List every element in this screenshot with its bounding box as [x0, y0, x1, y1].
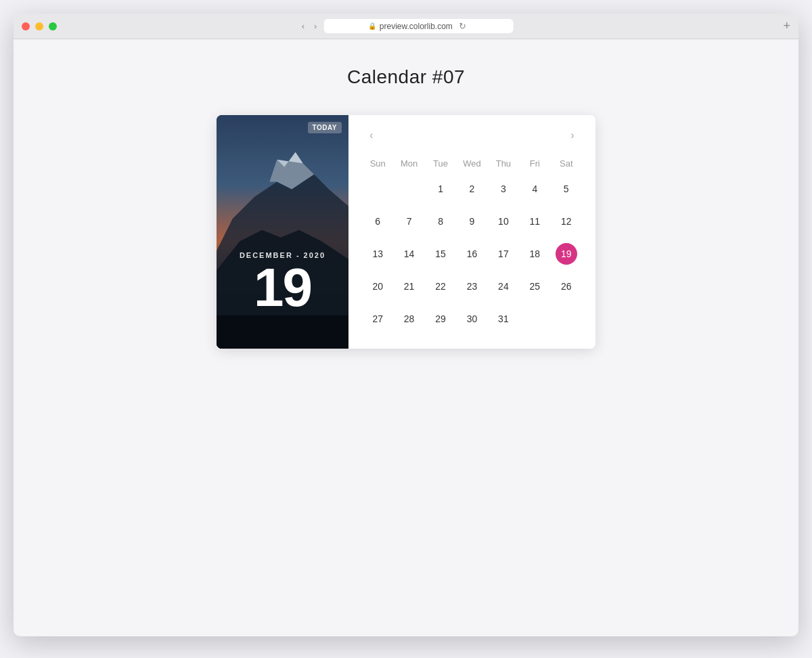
calendar-image-panel: TODAY DECEMBER - 2020 19: [217, 115, 348, 349]
day-number: 30: [461, 308, 482, 330]
calendar-day-cell[interactable]: 10: [488, 205, 519, 238]
calendar-day-cell[interactable]: 9: [456, 205, 487, 238]
day-number: 24: [493, 276, 514, 297]
today-highlight: 19: [556, 243, 577, 265]
titlebar: ‹ › 🔒 preview.colorlib.com ↻ +: [14, 14, 798, 39]
calendar-day-cell[interactable]: 22: [425, 270, 456, 303]
calendar-table: SunMonTueWedThuFriSat 123456789101112131…: [362, 154, 582, 335]
day-number: 2: [461, 178, 482, 200]
day-number: 3: [493, 178, 514, 200]
weekday-header: Sun: [362, 154, 393, 173]
browser-window: ‹ › 🔒 preview.colorlib.com ↻ + Calendar …: [14, 14, 798, 636]
calendar-day-cell[interactable]: 14: [393, 238, 424, 270]
calendar-day-cell[interactable]: 25: [519, 270, 550, 303]
calendar-day-cell[interactable]: 4: [519, 173, 550, 205]
maximize-button[interactable]: [49, 22, 57, 30]
calendar-day-cell[interactable]: 19: [551, 238, 582, 270]
calendar-nav-header: ‹ ›: [362, 126, 582, 145]
day-number: 11: [524, 211, 545, 232]
calendar-day-cell[interactable]: 18: [519, 238, 550, 270]
back-button[interactable]: ‹: [299, 21, 307, 31]
day-number: 20: [367, 276, 388, 297]
add-tab-button[interactable]: +: [783, 19, 790, 33]
calendar-day-cell[interactable]: 13: [362, 238, 393, 270]
day-number: 14: [399, 243, 420, 265]
calendar-day-large: 19: [217, 261, 348, 315]
calendar-day-cell[interactable]: 26: [551, 270, 582, 303]
page-content: Calendar #07: [14, 39, 798, 376]
calendar-day-cell[interactable]: 1: [425, 173, 456, 205]
calendar-day-cell[interactable]: 27: [362, 303, 393, 335]
weekday-header: Tue: [425, 154, 456, 173]
refresh-button[interactable]: ↻: [456, 21, 469, 31]
next-month-button[interactable]: ›: [563, 126, 582, 145]
today-badge: TODAY: [308, 122, 342, 133]
calendar-day-cell[interactable]: 3: [488, 173, 519, 205]
calendar-day-cell[interactable]: 31: [488, 303, 519, 335]
forward-button[interactable]: ›: [311, 21, 319, 31]
page-title: Calendar #07: [347, 66, 465, 88]
day-number: 22: [430, 276, 451, 297]
calendar-day-cell[interactable]: 17: [488, 238, 519, 270]
calendar-day-cell[interactable]: 24: [488, 270, 519, 303]
weekday-header: Sat: [551, 154, 582, 173]
day-number: 15: [430, 243, 451, 265]
calendar-date-info: DECEMBER - 2020 19: [217, 251, 348, 315]
calendar-day-cell[interactable]: 16: [456, 238, 487, 270]
calendar-day-cell: [362, 173, 393, 205]
day-number: 7: [399, 211, 420, 232]
close-button[interactable]: [22, 22, 30, 30]
minimize-button[interactable]: [35, 22, 43, 30]
calendar-month-year: DECEMBER - 2020: [217, 251, 348, 259]
day-number: 28: [399, 308, 420, 330]
calendar-day-cell[interactable]: 30: [456, 303, 487, 335]
calendar-widget: TODAY DECEMBER - 2020 19 ‹ › SunMonTueWe…: [217, 115, 595, 349]
day-number: 26: [556, 276, 577, 297]
day-number: 8: [430, 211, 451, 232]
day-number: 6: [367, 211, 388, 232]
svg-rect-5: [217, 315, 348, 349]
url-bar[interactable]: 🔒 preview.colorlib.com ↻: [323, 19, 513, 33]
calendar-day-cell[interactable]: 28: [393, 303, 424, 335]
calendar-day-cell: [551, 303, 582, 335]
calendar-week-row: 6789101112: [362, 205, 582, 238]
weekday-header: Wed: [456, 154, 487, 173]
weekday-header: Thu: [488, 154, 519, 173]
calendar-day-cell[interactable]: 2: [456, 173, 487, 205]
day-number: 29: [430, 308, 451, 330]
calendar-day-cell[interactable]: 7: [393, 205, 424, 238]
day-number: 18: [524, 243, 545, 265]
calendar-day-cell[interactable]: 29: [425, 303, 456, 335]
day-number: 21: [399, 276, 420, 297]
calendar-day-cell[interactable]: 6: [362, 205, 393, 238]
calendar-day-cell[interactable]: 15: [425, 238, 456, 270]
day-number: 23: [461, 276, 482, 297]
prev-month-button[interactable]: ‹: [362, 126, 381, 145]
calendar-week-row: 2728293031: [362, 303, 582, 335]
weekday-header: Mon: [393, 154, 424, 173]
calendar-day-cell[interactable]: 5: [551, 173, 582, 205]
calendar-day-cell[interactable]: 12: [551, 205, 582, 238]
traffic-lights: [22, 22, 57, 30]
day-number: 5: [556, 178, 577, 200]
calendar-week-row: 20212223242526: [362, 270, 582, 303]
lock-icon: 🔒: [368, 22, 376, 30]
day-number: 27: [367, 308, 388, 330]
day-number: 12: [556, 211, 577, 232]
day-number: 31: [493, 308, 514, 330]
calendar-week-row: 12345: [362, 173, 582, 205]
calendar-day-cell[interactable]: 11: [519, 205, 550, 238]
weekday-header: Fri: [519, 154, 550, 173]
calendar-day-cell[interactable]: 20: [362, 270, 393, 303]
calendar-day-cell[interactable]: 21: [393, 270, 424, 303]
calendar-day-cell[interactable]: 23: [456, 270, 487, 303]
day-number: 17: [493, 243, 514, 265]
weekday-header-row: SunMonTueWedThuFriSat: [362, 154, 582, 173]
day-number: 16: [461, 243, 482, 265]
calendar-grid-panel: ‹ › SunMonTueWedThuFriSat 12345678910111…: [348, 115, 595, 349]
url-text: preview.colorlib.com: [380, 22, 453, 31]
calendar-day-cell: [393, 173, 424, 205]
day-number: 1: [430, 178, 451, 200]
calendar-day-cell: [519, 303, 550, 335]
calendar-day-cell[interactable]: 8: [425, 205, 456, 238]
